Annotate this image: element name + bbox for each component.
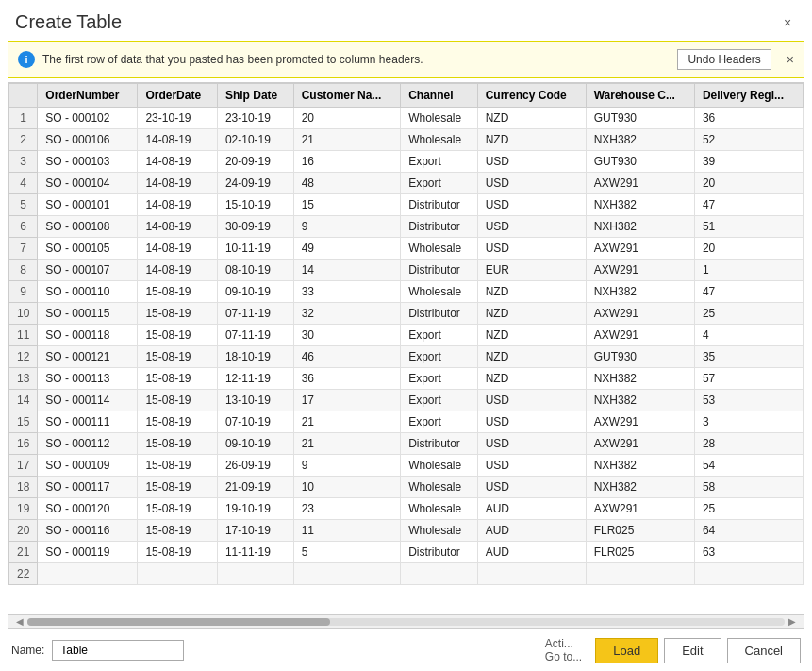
cell-ordernumber: SO - 000104 [38, 173, 138, 194]
table-row: 14SO - 00011415-08-1913-10-1917ExportUSD… [9, 390, 804, 411]
table-name-input[interactable] [52, 640, 184, 661]
cell-channel: Distributor [401, 194, 478, 216]
cell-customername: 33 [293, 281, 401, 303]
table-row: 13SO - 00011315-08-1912-11-1936ExportNZD… [9, 368, 804, 390]
cell-currencycode: NZD [477, 108, 586, 129]
cell-shipdate: 12-11-19 [217, 368, 293, 390]
table-row: 3SO - 00010314-08-1920-09-1916ExportUSDG… [9, 151, 804, 173]
cell-shipdate: 11-11-19 [217, 542, 293, 563]
cell-deliveryregion: 3 [694, 411, 803, 433]
close-button[interactable]: × [778, 13, 797, 32]
row-number-cell: 1 [9, 108, 38, 129]
cell-customername: 46 [293, 346, 401, 368]
cell-currencycode: EUR [477, 260, 586, 281]
cell-channel: Wholesale [401, 498, 478, 520]
cell-currencycode: USD [477, 173, 586, 194]
cell-orderdate: 14-08-19 [138, 216, 217, 238]
cell-shipdate: 23-10-19 [217, 108, 293, 129]
cell-warehousecode [586, 563, 694, 585]
cell-shipdate [217, 563, 293, 585]
row-number-header [9, 84, 38, 108]
action-section: Acti...Go to... Load Edit Cancel [545, 637, 801, 663]
cell-channel: Distributor [401, 303, 478, 325]
cell-customername: 36 [293, 368, 401, 390]
cell-orderdate: 14-08-19 [138, 129, 217, 151]
row-number-cell: 9 [9, 281, 38, 303]
cell-ordernumber: SO - 000121 [38, 346, 138, 368]
cell-orderdate: 14-08-19 [138, 260, 217, 281]
scroll-left-arrow[interactable]: ◀ [12, 616, 27, 627]
cell-channel: Export [401, 411, 478, 433]
cell-ordernumber: SO - 000103 [38, 151, 138, 173]
cell-orderdate [138, 563, 217, 585]
cell-currencycode [477, 563, 586, 585]
table-row: 11SO - 00011815-08-1907-11-1930ExportNZD… [9, 325, 804, 346]
cell-ordernumber: SO - 000114 [38, 390, 138, 411]
cell-ordernumber: SO - 000101 [38, 194, 138, 216]
cell-shipdate: 26-09-19 [217, 455, 293, 477]
cell-customername [293, 563, 401, 585]
col-header-customername: Customer Na... [293, 84, 401, 108]
cell-deliveryregion: 47 [694, 194, 803, 216]
cell-warehousecode: AXW291 [586, 325, 694, 346]
edit-button[interactable]: Edit [664, 638, 721, 663]
cell-channel: Export [401, 151, 478, 173]
cell-currencycode: AUD [477, 542, 586, 563]
table-scroll-wrapper[interactable]: OrderNumber OrderDate Ship Date Customer… [8, 83, 804, 614]
cell-currencycode: USD [477, 390, 586, 411]
cell-currencycode: AUD [477, 498, 586, 520]
info-icon: i [18, 51, 35, 68]
cell-ordernumber: SO - 000116 [38, 520, 138, 542]
cell-channel: Export [401, 390, 478, 411]
row-number-cell: 20 [9, 520, 38, 542]
row-number-cell: 18 [9, 477, 38, 498]
cell-orderdate: 15-08-19 [138, 281, 217, 303]
cell-currencycode: NZD [477, 346, 586, 368]
name-section: Name: [11, 640, 184, 661]
row-number-cell: 17 [9, 455, 38, 477]
action-text: Acti...Go to... [545, 637, 582, 663]
horizontal-scrollbar[interactable]: ◀ ▶ [8, 614, 804, 628]
table-row: 2SO - 00010614-08-1902-10-1921WholesaleN… [9, 129, 804, 151]
cell-channel: Wholesale [401, 520, 478, 542]
cell-orderdate: 15-08-19 [138, 455, 217, 477]
col-header-orderdate: OrderDate [138, 84, 217, 108]
cell-channel: Distributor [401, 260, 478, 281]
table-row: 12SO - 00012115-08-1918-10-1946ExportNZD… [9, 346, 804, 368]
undo-headers-button[interactable]: Undo Headers [677, 49, 771, 70]
row-number-cell: 5 [9, 194, 38, 216]
cell-ordernumber: SO - 000108 [38, 216, 138, 238]
cell-orderdate: 15-08-19 [138, 325, 217, 346]
create-table-dialog: Create Table × i The first row of data t… [0, 0, 812, 671]
cell-currencycode: USD [477, 238, 586, 260]
cell-customername: 9 [293, 216, 401, 238]
cell-orderdate: 15-08-19 [138, 520, 217, 542]
dismiss-banner-button[interactable]: × [787, 52, 794, 67]
name-label: Name: [11, 644, 44, 657]
cell-customername: 17 [293, 390, 401, 411]
cell-ordernumber [38, 563, 138, 585]
cell-orderdate: 14-08-19 [138, 173, 217, 194]
row-number-cell: 4 [9, 173, 38, 194]
scrollbar-track[interactable] [27, 618, 785, 626]
cancel-button[interactable]: Cancel [727, 638, 801, 663]
cell-currencycode: USD [477, 216, 586, 238]
cell-shipdate: 10-11-19 [217, 238, 293, 260]
cell-ordernumber: SO - 000118 [38, 325, 138, 346]
footer: Name: Acti...Go to... Load Edit Cancel [0, 629, 812, 671]
row-number-cell: 15 [9, 411, 38, 433]
cell-currencycode: NZD [477, 325, 586, 346]
cell-warehousecode: NXH382 [586, 216, 694, 238]
cell-deliveryregion: 51 [694, 216, 803, 238]
load-button[interactable]: Load [595, 638, 658, 663]
scroll-right-arrow[interactable]: ▶ [785, 616, 800, 627]
cell-warehousecode: AXW291 [586, 433, 694, 455]
cell-customername: 15 [293, 194, 401, 216]
cell-deliveryregion: 35 [694, 346, 803, 368]
table-row: 21SO - 00011915-08-1911-11-195Distributo… [9, 542, 804, 563]
cell-ordernumber: SO - 000109 [38, 455, 138, 477]
cell-deliveryregion: 53 [694, 390, 803, 411]
cell-currencycode: USD [477, 455, 586, 477]
cell-shipdate: 19-10-19 [217, 498, 293, 520]
cell-customername: 48 [293, 173, 401, 194]
